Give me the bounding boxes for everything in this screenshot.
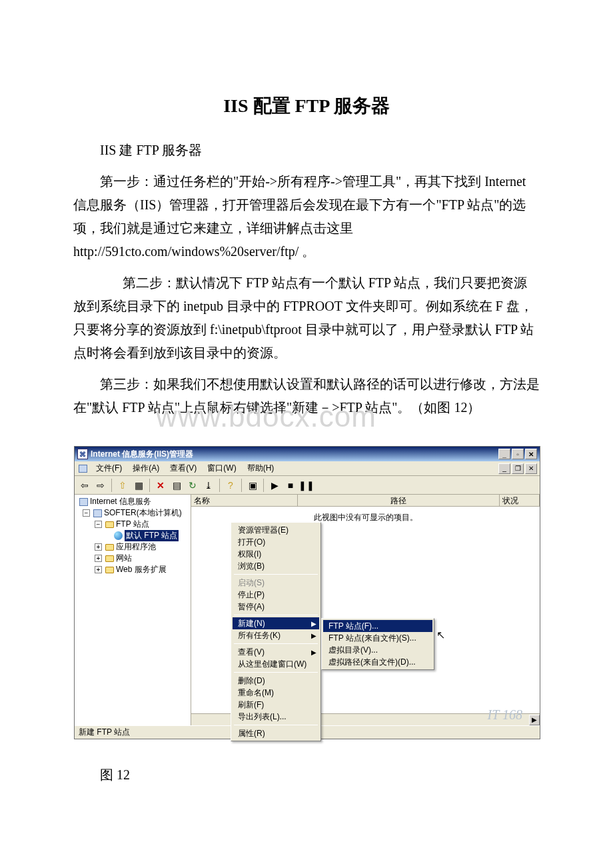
ctx-browse[interactable]: 浏览(B) bbox=[233, 560, 319, 572]
paragraph-2: 第二步：默认情况下 FTP 站点有一个默认 FTP 站点，我们只要把资源放到系统… bbox=[73, 271, 540, 365]
show-hide-tree-button[interactable]: ▦ bbox=[131, 478, 146, 493]
tree-root[interactable]: Internet 信息服务 bbox=[75, 496, 191, 507]
it168-watermark: IT 168 bbox=[488, 707, 522, 723]
paragraph-1: 第一步：通过任务栏的"开始->所有程序->管理工具"，再其下找到 Interne… bbox=[73, 170, 540, 263]
intro-line: IIS 建 FTP 服务器 bbox=[73, 139, 540, 162]
chevron-right-icon: ▶ bbox=[311, 620, 316, 627]
ctx-all-tasks[interactable]: 所有任务(K) ▶ bbox=[233, 629, 319, 641]
ctx-new-window[interactable]: 从这里创建窗口(W) bbox=[233, 658, 319, 670]
submenu-ftp-site-from-file[interactable]: FTP 站点(来自文件)(S)... bbox=[323, 632, 432, 644]
globe-icon bbox=[113, 531, 123, 541]
expand-icon[interactable]: + bbox=[95, 555, 102, 562]
tree-app-pools[interactable]: + 应用程序池 bbox=[75, 541, 191, 553]
help-button[interactable]: ? bbox=[223, 478, 238, 493]
submenu-ftp-site[interactable]: FTP 站点(F)... bbox=[323, 620, 432, 632]
tree-panel[interactable]: Internet 信息服务 − SOFTER(本地计算机) − FTP 站点 bbox=[75, 495, 191, 725]
ctx-separator bbox=[234, 672, 318, 673]
mdi-close-button[interactable]: ✕ bbox=[525, 463, 537, 474]
ctx-delete[interactable]: 删除(D) bbox=[233, 675, 319, 687]
expand-icon[interactable]: + bbox=[95, 566, 102, 573]
menu-view[interactable]: 查看(V) bbox=[166, 461, 201, 475]
stop-button[interactable]: ■ bbox=[283, 478, 298, 493]
context-menu: 资源管理器(E) 打开(O) 权限(I) 浏览(B) 启动(S) 停止(P) 暂… bbox=[231, 522, 321, 741]
screenshot-figure: ⌘ Internet 信息服务(IIS)管理器 _ ▫ ✕ 文件(F) 操作(A… bbox=[73, 446, 540, 739]
ctx-start: 启动(S) bbox=[233, 577, 319, 589]
chevron-right-icon: ▶ bbox=[311, 632, 316, 639]
chevron-right-icon: ▶ bbox=[311, 649, 316, 656]
ctx-separator bbox=[234, 725, 318, 725]
connect-button[interactable]: ▣ bbox=[245, 478, 260, 493]
forward-button[interactable]: ⇨ bbox=[93, 478, 108, 493]
status-text: 新建 FTP 站点 bbox=[79, 727, 130, 738]
scroll-right-button[interactable]: ▶ bbox=[529, 715, 540, 725]
app-icon: ⌘ bbox=[77, 449, 88, 459]
figure-caption: 图 12 bbox=[73, 766, 540, 784]
ctx-permissions[interactable]: 权限(I) bbox=[233, 548, 319, 560]
ctx-new[interactable]: 新建(N) ▶ bbox=[233, 617, 319, 629]
ctx-separator bbox=[234, 643, 318, 644]
mdi-window-buttons: _ ❐ ✕ bbox=[498, 463, 537, 474]
maximize-button[interactable]: ▫ bbox=[512, 449, 524, 459]
tree-default-ftp[interactable]: 默认 FTP 站点 bbox=[75, 530, 191, 541]
col-path[interactable]: 路径 bbox=[298, 495, 500, 506]
refresh-button[interactable]: ↻ bbox=[185, 478, 200, 493]
delete-button[interactable]: ✕ bbox=[153, 478, 168, 493]
menu-action[interactable]: 操作(A) bbox=[129, 461, 163, 475]
submenu-virtual-path-from-file[interactable]: 虚拟路径(来自文件)(D)... bbox=[323, 656, 432, 668]
folder-icon bbox=[105, 519, 115, 529]
ctx-pause[interactable]: 暂停(A) bbox=[233, 601, 319, 613]
properties-button[interactable]: ▤ bbox=[169, 478, 184, 493]
ctx-export-list[interactable]: 导出列表(L)... bbox=[233, 711, 319, 723]
folder-icon bbox=[105, 565, 115, 575]
tree-host[interactable]: − SOFTER(本地计算机) bbox=[75, 507, 191, 519]
folder-icon bbox=[105, 553, 115, 563]
folder-icon bbox=[105, 542, 115, 552]
iis-window: ⌘ Internet 信息服务(IIS)管理器 _ ▫ ✕ 文件(F) 操作(A… bbox=[74, 446, 540, 739]
collapse-icon[interactable]: − bbox=[83, 509, 90, 517]
ctx-open[interactable]: 打开(O) bbox=[233, 536, 319, 548]
mdi-minimize-button[interactable]: _ bbox=[498, 463, 510, 474]
tree-websites[interactable]: + 网站 bbox=[75, 553, 191, 564]
menu-window[interactable]: 窗口(W) bbox=[203, 461, 240, 475]
server-icon bbox=[93, 508, 103, 518]
ctx-properties[interactable]: 属性(R) bbox=[233, 727, 319, 739]
ctx-separator bbox=[234, 574, 318, 575]
tree-web-ext[interactable]: + Web 服务扩展 bbox=[75, 564, 191, 575]
ctx-rename[interactable]: 重命名(M) bbox=[233, 687, 319, 699]
window-title: Internet 信息服务(IIS)管理器 bbox=[91, 449, 193, 460]
col-name[interactable]: 名称 bbox=[191, 495, 298, 506]
document-page: IIS 配置 FTP 服务器 IIS 建 FTP 服务器 第一步：通过任务栏的"… bbox=[0, 0, 613, 824]
doc-title: IIS 配置 FTP 服务器 bbox=[73, 93, 540, 119]
close-button[interactable]: ✕ bbox=[525, 449, 537, 459]
cursor-icon: ↖ bbox=[436, 629, 445, 641]
ctx-stop[interactable]: 停止(P) bbox=[233, 589, 319, 601]
play-button[interactable]: ▶ bbox=[267, 478, 282, 493]
window-titlebar[interactable]: ⌘ Internet 信息服务(IIS)管理器 _ ▫ ✕ bbox=[75, 447, 540, 461]
list-header: 名称 路径 状况 bbox=[191, 495, 540, 507]
computer-icon bbox=[79, 497, 89, 507]
ctx-refresh[interactable]: 刷新(F) bbox=[233, 699, 319, 711]
ctx-view[interactable]: 查看(V) ▶ bbox=[233, 646, 319, 658]
minimize-button[interactable]: _ bbox=[498, 449, 510, 459]
export-button[interactable]: ⤓ bbox=[201, 478, 216, 493]
col-status[interactable]: 状况 bbox=[500, 495, 540, 506]
ctx-explorer[interactable]: 资源管理器(E) bbox=[233, 524, 319, 536]
new-submenu: FTP 站点(F)... FTP 站点(来自文件)(S)... 虚拟目录(V).… bbox=[321, 618, 434, 670]
expand-icon[interactable]: + bbox=[95, 543, 102, 551]
menu-bar: 文件(F) 操作(A) 查看(V) 窗口(W) 帮助(H) _ ❐ ✕ bbox=[75, 461, 540, 476]
paragraph-3: 第三步：如果我们不想使用默认设置和默认路径的话可以进行修改，方法是在"默认 FT… bbox=[73, 373, 540, 419]
mdi-app-icon bbox=[77, 463, 88, 474]
submenu-virtual-dir[interactable]: 虚拟目录(V)... bbox=[323, 644, 432, 656]
toolbar: ⇦ ⇨ ⇧ ▦ ✕ ▤ ↻ ⤓ ? ▣ ▶ ■ ❚❚ bbox=[75, 476, 540, 495]
collapse-icon[interactable]: − bbox=[95, 521, 102, 528]
menu-file[interactable]: 文件(F) bbox=[92, 461, 126, 475]
pause-button[interactable]: ❚❚ bbox=[299, 478, 314, 493]
mdi-restore-button[interactable]: ❐ bbox=[512, 463, 524, 474]
ctx-separator bbox=[234, 615, 318, 615]
window-buttons: _ ▫ ✕ bbox=[498, 449, 537, 459]
tree-ftp-sites[interactable]: − FTP 站点 bbox=[75, 519, 191, 530]
up-button[interactable]: ⇧ bbox=[115, 478, 130, 493]
list-empty-message: 此视图中没有可显示的项目。 bbox=[191, 507, 540, 523]
menu-help[interactable]: 帮助(H) bbox=[243, 461, 279, 475]
back-button[interactable]: ⇦ bbox=[77, 478, 92, 493]
